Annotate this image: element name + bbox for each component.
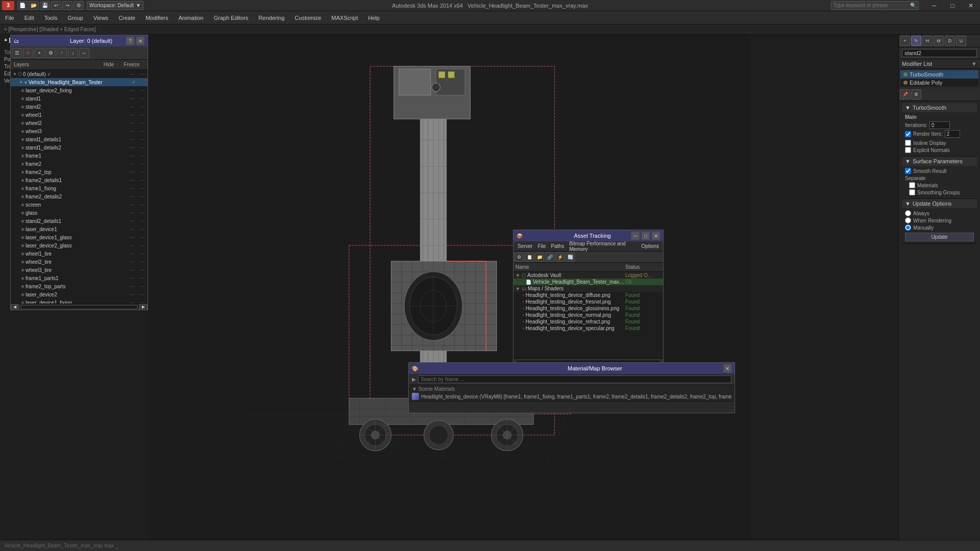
layer-item-laser1[interactable]: ◈ laser_device1 — — (11, 225, 148, 233)
update-button[interactable]: Update (905, 233, 974, 241)
layer-item-stand1d1[interactable]: ◈ stand1_details1 — — (11, 135, 148, 143)
explicit-normals-checkbox[interactable] (905, 147, 911, 153)
layer-item-laser_fix[interactable]: ◈ laser_device2_fixing — — (11, 86, 148, 94)
display-icon-btn[interactable]: D (945, 36, 955, 46)
asset-toolbar-btn1[interactable]: ⚙ (514, 253, 524, 262)
layer-item-screen[interactable]: ◈ screen — — (11, 201, 148, 209)
new-btn[interactable]: 📄 (17, 1, 28, 10)
asset-menu-bitmap-perf[interactable]: Bitmap Performance and Memory (567, 240, 638, 253)
layer-item-frame2d1[interactable]: ◈ frame2_details1 — — (11, 176, 148, 184)
asset-menu-paths[interactable]: Paths (549, 243, 567, 249)
layer-toolbar-btn2[interactable]: ✕ (23, 48, 33, 58)
asset-panel-maximize[interactable]: □ (642, 232, 650, 240)
asset-toolbar-btn2[interactable]: 📋 (525, 253, 534, 262)
asset-toolbar-btn6[interactable]: 🔄 (566, 253, 575, 262)
layer-item-frame2d2[interactable]: ◈ frame2_details2 — — (11, 192, 148, 201)
layer-toolbar-btn3[interactable]: + (34, 48, 44, 58)
asset-panel-minimize[interactable]: ─ (631, 232, 640, 240)
pin-stack-btn[interactable]: 📌 (900, 89, 910, 99)
when-rendering-radio[interactable] (905, 217, 911, 223)
layer-h-scrollbar[interactable] (21, 305, 137, 309)
menu-create[interactable]: Create (115, 14, 138, 22)
layer-item-laser1fix[interactable]: ◈ laser_device1_fixing — — (11, 298, 148, 304)
asset-group-vault[interactable]: ▼ ⬡ Autodesk Vault Logged O... (513, 272, 663, 279)
hierarchy-icon-btn[interactable]: H (922, 36, 933, 46)
expand-vehicle[interactable]: ▼ (19, 80, 23, 85)
layer-toolbar-btn7[interactable]: ↔ (79, 48, 89, 58)
turbosmooth-rollout-header[interactable]: ▼ TurboSmooth (902, 103, 977, 112)
iterations-input[interactable] (929, 121, 950, 129)
asset-menu-server[interactable]: Server (516, 243, 534, 249)
layer-item-stand2[interactable]: ◈ stand2 — — (11, 103, 148, 111)
layer-item-frame1p1[interactable]: ◈ frame1_parts1 — — (11, 274, 148, 282)
modifier-turbosmooth[interactable]: TurboSmooth (900, 70, 978, 79)
isoline-checkbox[interactable] (905, 140, 911, 146)
maximize-btn[interactable]: □ (943, 0, 962, 11)
asset-toolbar-btn3[interactable]: 📁 (535, 253, 544, 262)
redo-btn[interactable]: ↪ (62, 1, 72, 10)
render-iters-input[interactable] (945, 130, 960, 138)
always-radio[interactable] (905, 210, 911, 216)
menu-help[interactable]: Help (365, 14, 383, 22)
layer-item-vehicle-beam[interactable]: ▼ ◈ Vehicle_Headlight_Beam_Tester ✓ — (11, 78, 148, 86)
layer-toolbar-btn5[interactable]: ↑ (57, 48, 67, 58)
layer-item-laser1g[interactable]: ◈ laser_device1_glass — — (11, 233, 148, 241)
layer-item-frame2tp[interactable]: ◈ frame2_top_parts — — (11, 282, 148, 290)
modify-icon-btn[interactable]: ✎ (911, 36, 921, 46)
layer-item-wheel2t[interactable]: ◈ wheel2_tire — — (11, 258, 148, 266)
layer-item-stand1d2[interactable]: ◈ stand1_details2 — — (11, 143, 148, 152)
layer-item-stand2d1[interactable]: ◈ stand2_details1 — — (11, 217, 148, 225)
asset-panel-close[interactable]: ✕ (652, 232, 660, 240)
object-name-input[interactable] (902, 49, 977, 57)
mat-panel-close[interactable]: ✕ (723, 364, 731, 372)
layer-item-wheel2[interactable]: ◈ wheel2 — — (11, 119, 148, 127)
layer-item-wheel3t[interactable]: ◈ wheel3_tire — — (11, 266, 148, 274)
asset-file-normal[interactable]: ▪ Headlight_testing_device_normal.png Fo… (513, 312, 663, 318)
layer-toolbar-btn1[interactable]: ☰ (12, 48, 22, 58)
asset-menu-file[interactable]: File (535, 243, 548, 249)
utilities-icon-btn[interactable]: U (956, 36, 966, 46)
workspace-dropdown[interactable]: Workspace: Default ▼ (87, 1, 143, 10)
menu-edit[interactable]: Edit (21, 14, 37, 22)
scroll-right-btn[interactable]: ▶ (139, 304, 148, 310)
menu-views[interactable]: Views (90, 14, 111, 22)
menu-group[interactable]: Group (64, 14, 86, 22)
layer-item-default[interactable]: ▼ ⬡ 0 (default) ✓ — — (11, 70, 148, 78)
expand-default[interactable]: ▼ (13, 72, 17, 77)
menu-graph-editors[interactable]: Graph Editors (211, 14, 252, 22)
configure-btn[interactable]: ⚙ (911, 89, 921, 99)
material-entry-headlight[interactable]: Headlight_testing_device (VRayMtl) [fram… (412, 393, 731, 400)
layer-item-glass[interactable]: ◈ glass — — (11, 209, 148, 217)
layer-item-stand1[interactable]: ◈ stand1 — — (11, 94, 148, 103)
asset-file-glossiness[interactable]: ▪ Headlight_testing_device_glossiness.pn… (513, 305, 663, 312)
update-options-header[interactable]: ▼ Update Options (902, 199, 977, 208)
layer-item-frame2[interactable]: ◈ frame2 — — (11, 160, 148, 168)
save-btn[interactable]: 💾 (40, 1, 50, 10)
create-icon-btn[interactable]: + (900, 36, 910, 46)
menu-modifiers[interactable]: Modifiers (142, 14, 172, 22)
layer-item-laser2[interactable]: ◈ laser_device2 — — (11, 290, 148, 298)
layer-toolbar-btn6[interactable]: ↓ (68, 48, 78, 58)
layer-item-wheel1t[interactable]: ◈ wheel1_tire — — (11, 249, 148, 258)
layer-item-laser2g[interactable]: ◈ laser_device2_glass — — (11, 241, 148, 249)
undo-btn[interactable]: ↩ (51, 1, 61, 10)
layer-item-frame1fix[interactable]: ◈ frame1_fixing — — (11, 184, 148, 192)
layer-item-wheel3[interactable]: ◈ wheel3 — — (11, 127, 148, 135)
scroll-left-btn[interactable]: ◀ (11, 304, 19, 310)
close-btn[interactable]: ✕ (962, 0, 980, 11)
menu-file[interactable]: File (2, 14, 17, 22)
asset-file-vehicle[interactable]: ▶ 📄 Vehicle_Headlight_Beam_Tester_max_vr… (513, 279, 663, 285)
asset-group-maps[interactable]: ▼ 🗂 Maps / Shaders (513, 285, 663, 292)
asset-file-specular[interactable]: ▪ Headlight_testing_device_specular.png … (513, 325, 663, 332)
minimize-btn[interactable]: ─ (925, 0, 943, 11)
layer-item-frame2top[interactable]: ◈ frame2_top — — (11, 168, 148, 176)
asset-menu-options[interactable]: Options (640, 243, 661, 249)
layer-toolbar-btn4[interactable]: ⚙ (45, 48, 56, 58)
render-iters-checkbox[interactable] (905, 131, 911, 137)
materials-checkbox[interactable] (909, 182, 915, 188)
render-setup-btn[interactable]: ⚙ (74, 1, 84, 10)
asset-file-refract[interactable]: ▪ Headlight_testing_device_refract.png F… (513, 318, 663, 325)
menu-rendering[interactable]: Rendering (256, 14, 288, 22)
asset-toolbar-btn4[interactable]: 🔗 (545, 253, 554, 262)
menu-tools[interactable]: Tools (41, 14, 61, 22)
